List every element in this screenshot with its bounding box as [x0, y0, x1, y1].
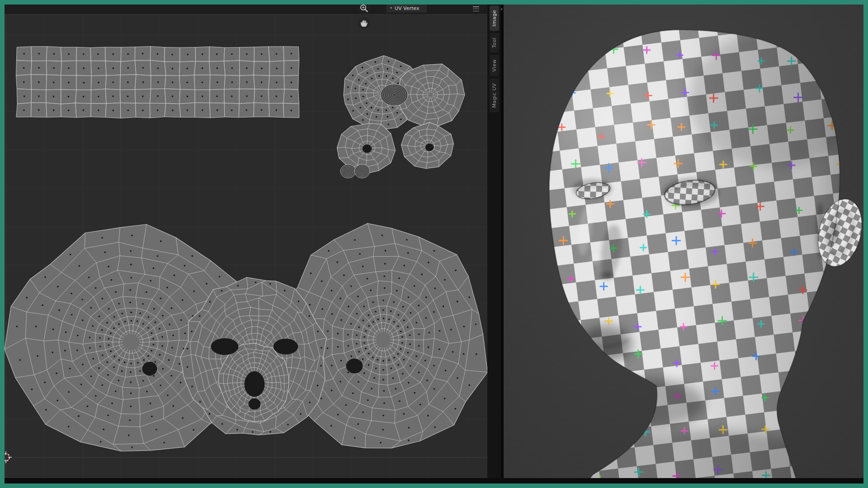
hand-glyph [359, 19, 369, 28]
viewport-canvas[interactable] [504, 5, 863, 478]
zoom-icon[interactable] [358, 5, 370, 14]
sidebar-tab-magic-uv[interactable]: Magic UV [490, 79, 499, 113]
sidebar-tab-view[interactable]: View [490, 55, 499, 76]
window-frame: ▾ UV Vertex [0, 0, 868, 488]
blender-window: ▾ UV Vertex [5, 5, 863, 483]
uv-canvas[interactable] [5, 5, 487, 478]
status-bar [5, 478, 863, 483]
expand-panel-arrow[interactable]: › [500, 6, 503, 12]
viewport-3d[interactable] [504, 5, 863, 478]
pan-icon[interactable] [358, 17, 370, 29]
sidebar-tab-image[interactable]: Image [490, 5, 499, 31]
chevron-down-icon: ▾ [390, 6, 392, 10]
uv-selection-mode-label: UV Vertex [395, 5, 419, 11]
uv-selection-mode-dropdown[interactable]: ▾ UV Vertex [386, 5, 427, 13]
uv-editor[interactable]: ▾ UV Vertex [5, 5, 487, 478]
magnifier-glyph [359, 5, 369, 13]
header-menu-icon[interactable] [473, 6, 479, 11]
sidebar-tab-tool[interactable]: Tool [490, 33, 499, 52]
uv-editor-header: ▾ UV Vertex [5, 5, 487, 14]
sidebar-tab-strip: Image Tool View Magic UV [487, 5, 501, 478]
